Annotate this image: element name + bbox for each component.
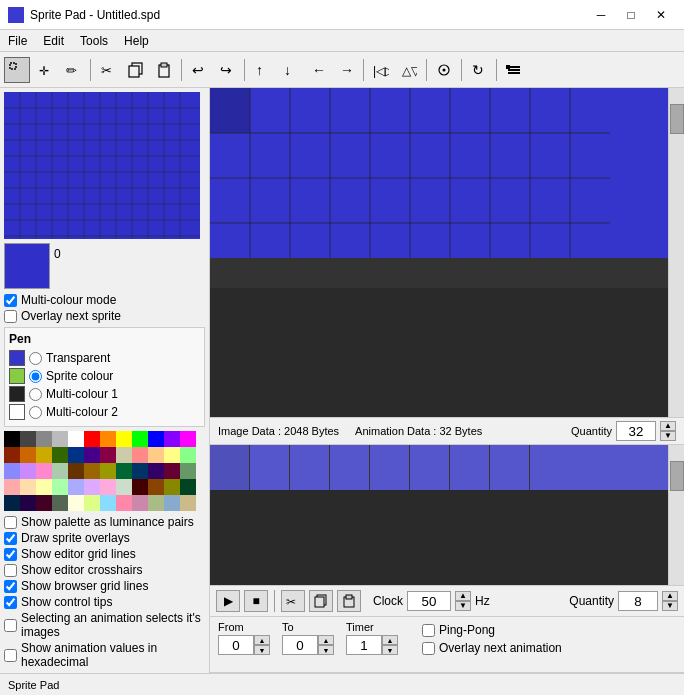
palette-cell-15[interactable]: [52, 447, 68, 463]
select-tool-button[interactable]: [4, 57, 30, 83]
palette-cell-25[interactable]: [20, 463, 36, 479]
pen-transparent-radio[interactable]: [29, 352, 42, 365]
palette-cell-56[interactable]: [132, 495, 148, 511]
cut-tool-button[interactable]: ✂: [95, 57, 121, 83]
palette-cell-18[interactable]: [100, 447, 116, 463]
show-control-tips-row[interactable]: Show control tips: [4, 595, 205, 609]
timer-input[interactable]: [346, 635, 382, 655]
close-button[interactable]: ✕: [646, 5, 676, 25]
palette-cell-9[interactable]: [148, 431, 164, 447]
multi-colour-checkbox[interactable]: [4, 294, 17, 307]
palette-cell-26[interactable]: [36, 463, 52, 479]
flip-h-button[interactable]: |◁▷|: [368, 57, 394, 83]
anim-quantity-input[interactable]: [618, 591, 658, 611]
palette-cell-34[interactable]: [164, 463, 180, 479]
palette-cell-36[interactable]: [4, 479, 20, 495]
anim-copy-button[interactable]: [309, 590, 333, 612]
menu-edit[interactable]: Edit: [35, 30, 72, 51]
palette-cell-28[interactable]: [68, 463, 84, 479]
palette-cell-4[interactable]: [68, 431, 84, 447]
palette-cell-10[interactable]: [164, 431, 180, 447]
sprite-canvas[interactable]: [4, 92, 200, 239]
palette-cell-54[interactable]: [100, 495, 116, 511]
up-button[interactable]: ↑: [249, 57, 275, 83]
palette-cell-2[interactable]: [36, 431, 52, 447]
palette-cell-35[interactable]: [180, 463, 196, 479]
anim-cut-button[interactable]: ✂: [281, 590, 305, 612]
to-up-button[interactable]: ▲: [318, 635, 334, 645]
palette-cell-20[interactable]: [132, 447, 148, 463]
palette-cell-19[interactable]: [116, 447, 132, 463]
to-down-button[interactable]: ▼: [318, 645, 334, 655]
draw-sprite-overlays-row[interactable]: Draw sprite overlays: [4, 531, 205, 545]
palette-cell-13[interactable]: [20, 447, 36, 463]
quantity-down-button[interactable]: ▼: [660, 431, 676, 441]
anim-paste-button[interactable]: [337, 590, 361, 612]
show-editor-crosshairs-row[interactable]: Show editor crosshairs: [4, 563, 205, 577]
show-editor-crosshairs-checkbox[interactable]: [4, 564, 17, 577]
from-up-button[interactable]: ▲: [254, 635, 270, 645]
palette-cell-47[interactable]: [180, 479, 196, 495]
palette-cell-49[interactable]: [20, 495, 36, 511]
palette-cell-1[interactable]: [20, 431, 36, 447]
to-input[interactable]: [282, 635, 318, 655]
palette-cell-48[interactable]: [4, 495, 20, 511]
palette-cell-31[interactable]: [116, 463, 132, 479]
palette-cell-45[interactable]: [148, 479, 164, 495]
multi-colour-checkbox-row[interactable]: Multi-colour mode: [4, 293, 205, 307]
from-input[interactable]: [218, 635, 254, 655]
down-button[interactable]: ↓: [277, 57, 303, 83]
palette-cell-24[interactable]: [4, 463, 20, 479]
left-button[interactable]: ←: [305, 57, 331, 83]
palette-cell-33[interactable]: [148, 463, 164, 479]
animation-sheet-area[interactable]: [210, 445, 684, 585]
pen-sprite-radio[interactable]: [29, 370, 42, 383]
anim-sheet-scrollbar[interactable]: [668, 445, 684, 585]
stop-button[interactable]: ■: [244, 590, 268, 612]
paste-tool-button[interactable]: [151, 57, 177, 83]
menu-tools[interactable]: Tools: [72, 30, 116, 51]
menu-help[interactable]: Help: [116, 30, 157, 51]
clock-up-button[interactable]: ▲: [455, 591, 471, 601]
overlay-next-animation-checkbox[interactable]: [422, 642, 435, 655]
palette-cell-3[interactable]: [52, 431, 68, 447]
show-palette-luminance-checkbox[interactable]: [4, 516, 17, 529]
sprite-sheet-scrollbar[interactable]: [668, 88, 684, 417]
anim-quantity-up-button[interactable]: ▲: [662, 591, 678, 601]
palette-cell-7[interactable]: [116, 431, 132, 447]
ping-pong-row[interactable]: Ping-Pong: [422, 623, 562, 637]
palette-cell-32[interactable]: [132, 463, 148, 479]
palette-cell-8[interactable]: [132, 431, 148, 447]
palette-cell-37[interactable]: [20, 479, 36, 495]
timer-down-button[interactable]: ▼: [382, 645, 398, 655]
copy-tool-button[interactable]: [123, 57, 149, 83]
show-browser-grid-row[interactable]: Show browser grid lines: [4, 579, 205, 593]
palette-cell-43[interactable]: [116, 479, 132, 495]
palette-cell-17[interactable]: [84, 447, 100, 463]
show-control-tips-checkbox[interactable]: [4, 596, 17, 609]
sprite-sheet-scrollbar-thumb[interactable]: [670, 104, 684, 134]
overlay-next-sprite-checkbox[interactable]: [4, 310, 17, 323]
quantity-input[interactable]: [616, 421, 656, 441]
palette-cell-27[interactable]: [52, 463, 68, 479]
palette-cell-50[interactable]: [36, 495, 52, 511]
palette-cell-59[interactable]: [180, 495, 196, 511]
minimize-button[interactable]: ─: [586, 5, 616, 25]
pen-multi2-radio[interactable]: [29, 406, 42, 419]
palette-cell-40[interactable]: [68, 479, 84, 495]
sprite-sheet-area[interactable]: [210, 88, 684, 417]
palette-cell-14[interactable]: [36, 447, 52, 463]
show-hex-checkbox[interactable]: [4, 649, 17, 662]
rotate-button[interactable]: ↻: [466, 57, 492, 83]
palette-cell-21[interactable]: [148, 447, 164, 463]
flip-v-button[interactable]: △▽: [396, 57, 422, 83]
play-button[interactable]: ▶: [216, 590, 240, 612]
maximize-button[interactable]: □: [616, 5, 646, 25]
palette-cell-46[interactable]: [164, 479, 180, 495]
palette-cell-0[interactable]: [4, 431, 20, 447]
palette-cell-38[interactable]: [36, 479, 52, 495]
selecting-animation-checkbox[interactable]: [4, 619, 17, 632]
ping-pong-checkbox[interactable]: [422, 624, 435, 637]
clock-down-button[interactable]: ▼: [455, 601, 471, 611]
from-down-button[interactable]: ▼: [254, 645, 270, 655]
